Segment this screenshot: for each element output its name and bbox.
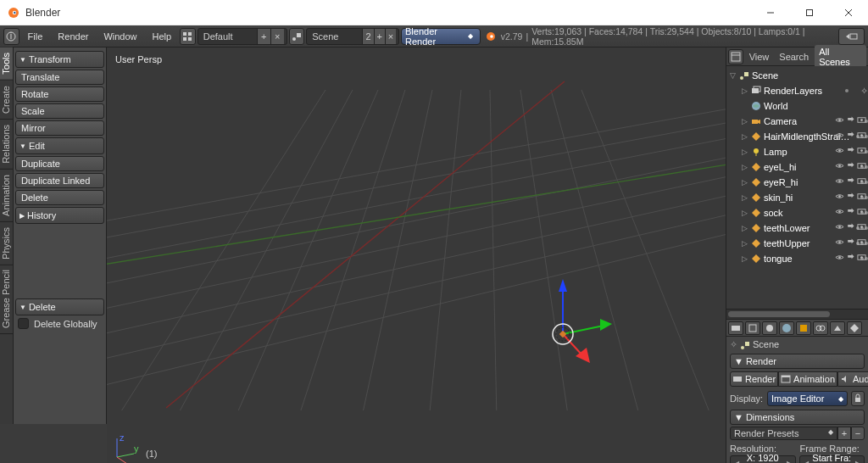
scene-add-button[interactable]: + [374, 29, 385, 44]
mirror-button[interactable]: Mirror [15, 120, 104, 136]
tool-tab-tools[interactable]: Tools [0, 47, 13, 81]
selectable-icon[interactable] [845, 221, 855, 232]
renderable-icon[interactable] [856, 176, 866, 186]
renderable-icon[interactable] [856, 145, 866, 155]
render-engine-dropdown[interactable]: Blender Render ◆ [401, 28, 481, 45]
eye-icon[interactable] [834, 237, 844, 247]
blender-link-icon[interactable] [482, 28, 498, 45]
render-button[interactable]: Render [730, 371, 778, 387]
renderable-icon[interactable] [856, 160, 866, 170]
disclosure-triangle-icon: ▽ [728, 71, 737, 80]
properties-tab-data[interactable] [847, 321, 862, 335]
properties-tab-render[interactable] [728, 321, 743, 335]
menu-file[interactable]: File [21, 29, 50, 44]
renderable-icon[interactable] [856, 191, 866, 201]
duplicate-linked-button[interactable]: Duplicate Linked [15, 173, 104, 188]
properties-tab-scene[interactable] [762, 321, 777, 335]
outliner-view-menu[interactable]: View [745, 50, 774, 64]
preset-add-button[interactable]: + [837, 427, 851, 440]
panel-transform-header[interactable]: ▼Transform [15, 51, 104, 68]
scene-users-button[interactable]: 2 [362, 29, 373, 44]
eye-icon[interactable] [834, 176, 844, 186]
delete-button[interactable]: Delete [15, 190, 104, 205]
scale-button[interactable]: Scale [15, 103, 104, 119]
selectable-icon[interactable] [845, 176, 855, 186]
menu-window[interactable]: Window [97, 29, 143, 44]
rotate-button[interactable]: Rotate [15, 86, 104, 102]
tool-tab-relations[interactable]: Relations [0, 120, 13, 170]
layout-name-field[interactable]: Default + × [198, 28, 287, 45]
properties-tab-modifiers[interactable] [830, 321, 845, 335]
delete-globally-checkbox[interactable]: Delete Globally [15, 315, 104, 332]
properties-tab-renderlayers[interactable] [745, 321, 760, 335]
selectable-icon[interactable] [845, 130, 855, 140]
renderable-icon[interactable] [856, 237, 866, 247]
panel-edit-header[interactable]: ▼Edit [15, 137, 104, 154]
window-close-button[interactable] [829, 0, 868, 25]
window-maximize-button[interactable] [790, 0, 829, 25]
info-editor-icon[interactable]: i [3, 28, 19, 45]
selectable-icon[interactable] [845, 145, 855, 155]
renderable-icon[interactable] [856, 130, 866, 140]
render-presets-dropdown[interactable]: Render Presets ◆ [730, 427, 837, 440]
outliner-display-mode[interactable]: All Scenes [815, 45, 866, 69]
window-minimize-button[interactable] [751, 0, 790, 25]
eye-icon[interactable] [834, 252, 844, 262]
properties-tab-object[interactable] [796, 321, 811, 335]
renderable-icon[interactable] [856, 221, 866, 232]
selectable-icon[interactable] [845, 237, 855, 247]
outliner-editor-icon[interactable] [728, 49, 743, 64]
dimensions-section-header[interactable]: ▼Dimensions [730, 410, 865, 425]
eye-icon[interactable] [834, 130, 844, 140]
scene-remove-button[interactable]: × [385, 29, 396, 44]
animation-button[interactable]: Animation [778, 371, 837, 387]
properties-tab-constraints[interactable] [813, 321, 828, 335]
panel-delete-header[interactable]: ▼Delete [15, 298, 104, 315]
eye-icon[interactable] [834, 191, 844, 201]
panel-history-header[interactable]: ▶History [15, 207, 104, 224]
outliner-search-menu[interactable]: Search [775, 50, 813, 64]
eye-icon[interactable] [834, 145, 844, 155]
layout-add-button[interactable]: + [257, 29, 270, 44]
scene-name-field[interactable]: Scene 2 + × [306, 28, 399, 45]
screen-layout-browse-icon[interactable] [180, 28, 196, 45]
menu-render[interactable]: Render [51, 29, 95, 44]
eye-icon[interactable] [834, 160, 844, 170]
renderable-icon[interactable] [856, 114, 866, 125]
audio-button[interactable]: Audio [837, 371, 868, 387]
pin-icon[interactable]: ✧ [730, 339, 737, 350]
lock-interface-icon[interactable] [851, 391, 865, 406]
start-frame-field[interactable]: ◀Start Fra: 1▶ [799, 455, 865, 463]
eye-icon[interactable] [834, 206, 844, 216]
selectable-icon[interactable] [845, 114, 855, 125]
properties-tab-world[interactable] [779, 321, 794, 335]
tool-tab-grease-pencil[interactable]: Grease Pencil [0, 265, 13, 334]
eye-icon[interactable] [834, 114, 844, 125]
selectable-icon[interactable] [845, 160, 855, 170]
outliner-scrollbar[interactable] [726, 309, 868, 319]
preset-remove-button[interactable]: − [851, 427, 865, 440]
svg-line-53 [117, 457, 127, 463]
layout-remove-button[interactable]: × [270, 29, 284, 44]
selectable-icon[interactable] [845, 206, 855, 216]
3d-viewport[interactable]: User Persp [107, 47, 726, 463]
tool-tab-create[interactable]: Create [0, 81, 13, 120]
selectable-icon[interactable] [845, 191, 855, 201]
tool-tab-animation[interactable]: Animation [0, 170, 13, 222]
svg-rect-11 [183, 37, 186, 41]
eye-icon[interactable] [834, 221, 844, 232]
outliner[interactable]: ▽ Scene ▷ RenderLayers ✧ [726, 66, 868, 319]
tool-tab-physics[interactable]: Physics [0, 222, 13, 265]
duplicate-button[interactable]: Duplicate [15, 156, 104, 171]
menu-help[interactable]: Help [146, 29, 179, 44]
transform-gizmo[interactable] [512, 258, 614, 377]
display-dropdown[interactable]: Image Editor◆ [767, 391, 848, 406]
selectable-icon[interactable] [845, 252, 855, 262]
back-to-previous-button[interactable] [838, 28, 865, 45]
resolution-x-field[interactable]: ◀X: 1920 px▶ [730, 455, 796, 463]
translate-button[interactable]: Translate [15, 70, 104, 85]
scene-browse-icon[interactable] [289, 28, 305, 45]
renderable-icon[interactable] [856, 252, 866, 262]
render-section-header[interactable]: ▼Render [730, 354, 865, 369]
renderable-icon[interactable] [856, 206, 866, 216]
